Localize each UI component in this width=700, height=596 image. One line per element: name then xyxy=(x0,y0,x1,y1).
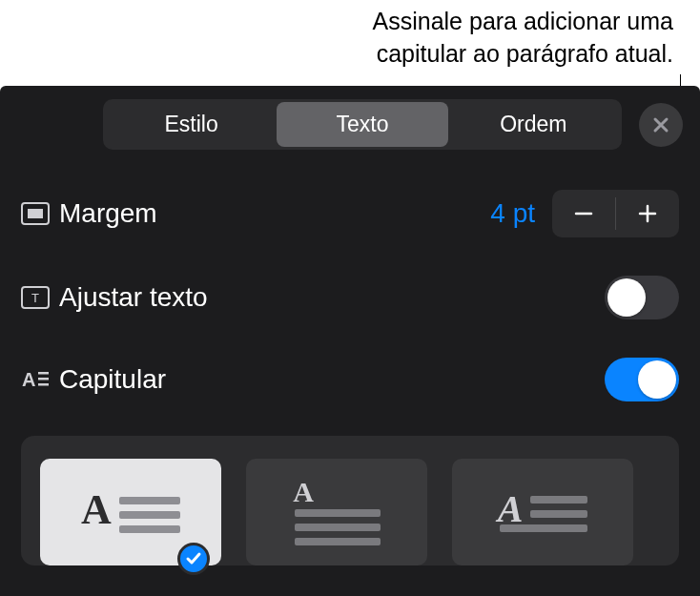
rows-container: Margem 4 pt T Ajustar texto xyxy=(0,159,700,436)
close-button[interactable] xyxy=(639,103,683,147)
callout-line-1: Assinale para adicionar uma xyxy=(373,6,673,38)
toggle-knob xyxy=(607,278,646,317)
drop-cap-letter-icon: A xyxy=(81,491,112,529)
shrink-text-toggle[interactable] xyxy=(605,276,679,319)
drop-cap-style-1[interactable]: A xyxy=(40,459,221,565)
segmented-tabs: Estilo Texto Ordem xyxy=(103,99,622,150)
drop-cap-letter-icon: A xyxy=(293,479,314,504)
shrink-text-row: T Ajustar texto xyxy=(21,257,679,339)
margin-row: Margem 4 pt xyxy=(21,171,679,257)
callout-line-2: capitular ao parágrafo atual. xyxy=(373,38,673,71)
style-preview-2: A xyxy=(293,479,381,545)
close-icon xyxy=(651,115,670,134)
shrink-text-icon: T xyxy=(21,286,59,309)
tab-style[interactable]: Estilo xyxy=(106,102,277,147)
svg-text:T: T xyxy=(31,291,39,305)
drop-cap-style-3[interactable]: A xyxy=(452,459,633,565)
margin-decrease-button[interactable] xyxy=(552,190,615,237)
style-preview-3: A xyxy=(498,492,588,532)
drop-cap-label: Capitular xyxy=(59,364,605,395)
check-icon xyxy=(185,550,202,567)
tabs-row: Estilo Texto Ordem xyxy=(0,86,700,159)
shrink-text-label: Ajustar texto xyxy=(59,282,605,313)
margin-icon xyxy=(21,202,59,225)
text-lines-icon xyxy=(119,491,180,533)
tab-arrange[interactable]: Ordem xyxy=(448,102,619,147)
drop-cap-styles-panel: A A xyxy=(21,436,679,565)
callout-text: Assinale para adicionar uma capitular ao… xyxy=(373,6,673,71)
svg-rect-7 xyxy=(38,383,49,386)
margin-stepper xyxy=(552,190,679,237)
svg-text:A: A xyxy=(22,369,35,390)
drop-cap-icon: A xyxy=(21,368,59,391)
svg-rect-6 xyxy=(38,378,49,380)
drop-cap-row: A Capitular xyxy=(21,339,679,421)
minus-icon xyxy=(573,203,594,224)
format-panel: Estilo Texto Ordem Margem 4 pt xyxy=(0,86,700,596)
margin-value: 4 pt xyxy=(490,198,535,229)
text-lines-icon xyxy=(321,479,381,545)
drop-cap-style-2[interactable]: A xyxy=(246,459,427,565)
drop-cap-toggle[interactable] xyxy=(605,358,679,401)
margin-increase-button[interactable] xyxy=(616,190,679,237)
tab-text[interactable]: Texto xyxy=(277,102,447,147)
text-lines-icon xyxy=(530,492,587,532)
svg-rect-5 xyxy=(38,372,49,375)
style-preview-1: A xyxy=(81,491,180,533)
drop-cap-letter-icon: A xyxy=(498,492,524,526)
margin-label: Margem xyxy=(59,198,490,229)
toggle-knob xyxy=(638,360,676,399)
selected-check-badge xyxy=(177,543,210,575)
svg-rect-1 xyxy=(28,209,43,218)
plus-icon xyxy=(637,203,658,224)
